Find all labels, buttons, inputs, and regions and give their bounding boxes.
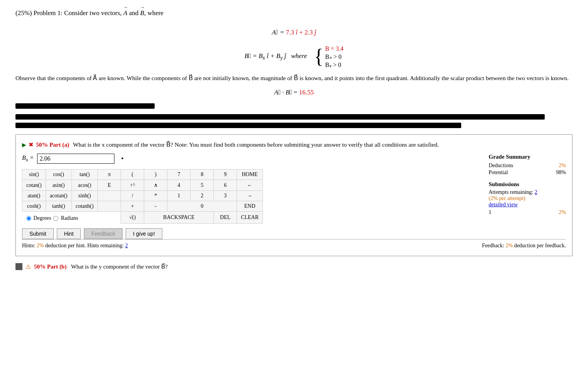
observe-text: Observe that the components of A⃗ are kn… (15, 73, 573, 83)
bx-input[interactable] (37, 154, 114, 164)
key-e[interactable]: E (98, 180, 121, 191)
key-8[interactable]: 8 (191, 169, 214, 180)
part-b-question: What is the y component of the vector B⃗… (70, 263, 167, 270)
key-uparrow[interactable]: ↑^ (121, 180, 144, 191)
key-empty-2 (98, 201, 121, 212)
key-home[interactable]: HOME (237, 169, 263, 180)
submissions-section: Submissions Attempts remaining: 2 (2% pe… (489, 181, 566, 216)
key-cos[interactable]: cos() (46, 169, 72, 180)
key-del[interactable]: DEL (214, 212, 237, 224)
key-sqrt[interactable]: √() (121, 212, 144, 224)
key-leftarrow[interactable]: ← (237, 180, 263, 191)
problem-header: (25%) Problem 1: Consider two vectors, A… (15, 8, 573, 18)
submit-button[interactable]: Submit (22, 228, 54, 239)
key-tan[interactable]: tan() (72, 169, 98, 180)
hints-deduction: 2% (37, 243, 44, 248)
x-icon: ✖ (29, 140, 34, 149)
submission-num: 1 (489, 209, 491, 216)
redacted-bar-1 (15, 103, 155, 109)
key-lparen[interactable]: ( (121, 169, 144, 180)
degrees-radio[interactable] (26, 216, 31, 221)
problem-description: Consider two vectors, A and B, where (64, 9, 164, 17)
key-cotanh[interactable]: cotanh() (72, 201, 98, 212)
degrees-radians-row: Degrees Radians (26, 215, 94, 221)
attempts-value: 2 (535, 189, 537, 195)
key-minus[interactable]: - (144, 201, 167, 212)
warning-icon: ⚠ (26, 263, 31, 270)
vec-b-lhs: B⃗ = Bx î + By ĵ where (244, 52, 307, 61)
radians-radio[interactable] (53, 216, 58, 221)
key-rightarrow[interactable]: → (237, 191, 263, 201)
key-6[interactable]: 6 (214, 180, 237, 191)
key-star[interactable]: * (144, 191, 167, 201)
brace-system: { B = 3.4 Bₓ > 0 Bᵧ > 0 (314, 45, 344, 68)
feedback-text: deduction per feedback. (514, 243, 566, 248)
grade-summary-title: Grade Summary (489, 154, 566, 160)
deductions-label: Deductions (489, 163, 513, 169)
where-text: where (147, 9, 164, 17)
feedback-deduction: 2% (506, 243, 513, 248)
bx-label: Bx = (22, 154, 34, 163)
key-4[interactable]: 4 (167, 180, 191, 191)
dot-indicator: • (121, 155, 124, 163)
key-2[interactable]: 2 (191, 191, 214, 201)
key-plus[interactable]: + (121, 201, 144, 212)
keypad-table: sin() cos() tan() π ( ) 7 8 9 HOME (22, 169, 263, 224)
key-clear[interactable]: CLEAR (237, 212, 263, 224)
potential-label: Potential (489, 169, 508, 176)
key-sinh[interactable]: sinh() (72, 191, 98, 201)
key-asin[interactable]: asin() (46, 180, 72, 191)
key-caret[interactable]: ∧ (144, 180, 167, 191)
feedback-button[interactable]: Feedback (84, 228, 122, 239)
vector-b-equation-block: B⃗ = Bx î + By ĵ where { B = 3.4 Bₓ > 0 … (15, 45, 573, 68)
submissions-title: Submissions (489, 181, 566, 188)
key-end[interactable]: END (237, 201, 263, 212)
hint-button[interactable]: Hint (57, 228, 81, 239)
hints-right: Feedback: 2% deduction per feedback. (482, 243, 566, 249)
play-icon: ▶ (22, 141, 26, 149)
key-rparen[interactable]: ) (144, 169, 167, 180)
keypad-container: sin() cos() tan() π ( ) 7 8 9 HOME (22, 169, 481, 224)
part-b-icon-box (15, 263, 22, 270)
attempt-row: 1 2% (489, 209, 566, 216)
part-b-section: ⚠ 50% Part (b) What is the y component o… (15, 260, 573, 274)
key-1[interactable]: 1 (167, 191, 191, 201)
key-tanh[interactable]: tanh() (46, 201, 72, 212)
potential-value: 98% (556, 169, 566, 176)
hints-bar: Hints: 2% deduction per hint. Hints rema… (22, 239, 566, 251)
key-cosh[interactable]: cosh() (22, 201, 46, 212)
attempts-note: (2% per attempt) (489, 195, 566, 202)
hints-left: Hints: 2% deduction per hint. Hints rema… (22, 243, 128, 249)
key-acos[interactable]: acos() (72, 180, 98, 191)
dot-product-value: 16.55 (299, 89, 314, 96)
hints-remaining: 2 (125, 243, 128, 248)
give-up-button[interactable]: I give up! (126, 228, 162, 239)
problem-percent-label: (25%) Problem 1: (15, 9, 63, 17)
submission-deduction: 2% (559, 209, 566, 216)
part-a-header: ▶ ✖ 50% Part (a) What is the x component… (22, 140, 566, 149)
keypad-row-2: cotan() asin() acos() E ↑^ ∧ 4 5 6 ← (22, 180, 263, 191)
keypad-row-5: Degrees Radians √() BACKSPACE DEL CLEAR (22, 212, 263, 224)
key-slash[interactable]: / (121, 191, 144, 201)
key-zero[interactable]: 0 (167, 201, 237, 212)
redacted-bar-2 (15, 114, 545, 120)
key-cotan[interactable]: cotan() (22, 180, 46, 191)
key-backspace[interactable]: BACKSPACE (144, 212, 214, 224)
key-5[interactable]: 5 (191, 180, 214, 191)
deductions-value: 2% (559, 163, 566, 169)
grade-summary: Grade Summary Deductions 2% Potential 98… (489, 154, 566, 239)
key-7[interactable]: 7 (167, 169, 191, 180)
attempts-label: Attempts remaining: (489, 189, 533, 195)
detailed-view-link[interactable]: detailed view (489, 202, 566, 208)
key-pi[interactable]: π (98, 169, 121, 180)
key-sin[interactable]: sin() (22, 169, 46, 180)
key-empty-1 (98, 191, 121, 201)
key-atan[interactable]: atan() (22, 191, 46, 201)
part-a-question: What is the x component of the vector B⃗… (72, 140, 439, 149)
key-9[interactable]: 9 (214, 169, 237, 180)
redacted-section (15, 103, 573, 128)
part-a-content: Bx = • sin() cos() tan() π ( ) (22, 154, 566, 239)
brace-line1: B = 3.4 (325, 45, 344, 52)
key-acotan[interactable]: acotan() (46, 191, 72, 201)
key-3[interactable]: 3 (214, 191, 237, 201)
